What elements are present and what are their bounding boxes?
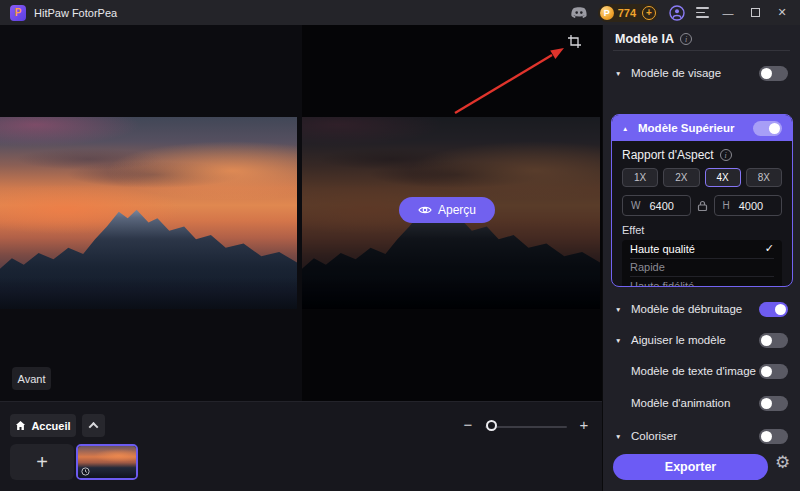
- chevron-up-icon[interactable]: ▲: [622, 125, 638, 132]
- check-icon: ✓: [765, 242, 774, 255]
- effect-option-fast[interactable]: Rapide ✓: [630, 259, 774, 278]
- app-window: P HitPaw FotorPea P 774 + — ✕: [0, 0, 800, 491]
- face-model-toggle[interactable]: [759, 66, 788, 81]
- chevron-down-icon[interactable]: ▼: [615, 337, 631, 344]
- account-icon[interactable]: [669, 5, 685, 21]
- info-icon[interactable]: i: [680, 33, 692, 45]
- chevron-down-icon[interactable]: ▼: [615, 70, 631, 77]
- zoom-slider-track[interactable]: [485, 426, 567, 428]
- effect-option-high-quality[interactable]: Haute qualité ✓: [630, 240, 774, 259]
- height-field[interactable]: H 4000: [714, 195, 783, 216]
- title-bar: P HitPaw FotorPea P 774 + — ✕: [0, 0, 800, 25]
- maximize-button[interactable]: [747, 7, 763, 19]
- sidebar-title-row: Modèle IA i: [615, 32, 692, 46]
- collapse-panel-button[interactable]: [82, 414, 105, 437]
- add-credits-icon[interactable]: +: [642, 6, 656, 20]
- chevron-down-icon[interactable]: ▼: [615, 433, 631, 440]
- crop-button[interactable]: [565, 32, 583, 50]
- row-label: Aiguiser le modèle: [631, 334, 759, 346]
- preview-label: Aperçu: [438, 203, 476, 217]
- terrain-foreground: [302, 278, 600, 309]
- scale-options: 1X 2X 4X 8X: [622, 168, 782, 187]
- close-button[interactable]: ✕: [774, 6, 790, 19]
- add-image-button[interactable]: +: [10, 444, 74, 480]
- export-button[interactable]: Exporter: [613, 454, 768, 480]
- lock-icon[interactable]: [697, 200, 708, 212]
- scale-button-4x[interactable]: 4X: [705, 168, 741, 187]
- bottom-bar: Accueil − + +: [0, 401, 602, 491]
- credits-count: 774: [618, 7, 638, 19]
- row-text-image-model[interactable]: Modèle de texte d'image: [615, 363, 788, 379]
- home-label: Accueil: [31, 420, 70, 432]
- height-label: H: [723, 200, 730, 211]
- animation-toggle[interactable]: [759, 396, 788, 411]
- home-icon: [15, 420, 26, 431]
- app-title: HitPaw FotorPea: [34, 7, 117, 19]
- chevron-up-icon: [89, 422, 99, 432]
- height-value: 4000: [739, 200, 763, 212]
- row-colorize[interactable]: ▼ Coloriser: [615, 428, 788, 444]
- scale-button-1x[interactable]: 1X: [622, 168, 658, 187]
- zoom-out-button[interactable]: −: [461, 416, 475, 433]
- superior-model-header[interactable]: ▲ Modèle Supérieur: [612, 115, 792, 141]
- crop-icon: [567, 34, 582, 49]
- effect-option-high-fidelity[interactable]: Haute fidélité ✓: [630, 277, 774, 287]
- coin-icon: P: [600, 6, 614, 20]
- app-logo-icon: P: [10, 5, 26, 21]
- chevron-down-icon[interactable]: ▼: [615, 306, 631, 313]
- scale-button-8x[interactable]: 8X: [746, 168, 782, 187]
- info-icon[interactable]: i: [720, 149, 732, 161]
- editor-canvas: Aperçu Avant: [0, 25, 602, 401]
- eye-icon: [418, 203, 432, 217]
- scale-button-2x[interactable]: 2X: [663, 168, 699, 187]
- row-label: Modèle d'animation: [631, 397, 759, 409]
- effect-list: Haute qualité ✓ Rapide ✓ Haute fidélité …: [622, 240, 782, 287]
- row-sharpen-model[interactable]: ▼ Aiguiser le modèle: [615, 332, 788, 348]
- colorize-toggle[interactable]: [759, 429, 788, 444]
- zoom-slider-knob[interactable]: [486, 420, 497, 431]
- aspect-ratio-title-row: Rapport d'Aspect i: [622, 148, 782, 162]
- text-image-toggle[interactable]: [759, 364, 788, 379]
- minimize-button[interactable]: —: [720, 7, 736, 19]
- superior-model-label: Modèle Supérieur: [638, 122, 753, 134]
- credits-badge[interactable]: P 774 +: [598, 4, 658, 22]
- settings-gear-icon[interactable]: ⚙: [775, 452, 790, 472]
- denoise-toggle[interactable]: [759, 302, 788, 317]
- terrain-foreground: [0, 278, 297, 309]
- divider: [613, 50, 790, 51]
- row-label: Coloriser: [631, 430, 759, 442]
- row-denoise-model[interactable]: ▼ Modèle de débruitage: [615, 301, 788, 317]
- superior-model-card: ▲ Modèle Supérieur Rapport d'Aspect i 1X…: [611, 114, 793, 287]
- width-value: 6400: [649, 200, 673, 212]
- width-field[interactable]: W 6400: [622, 195, 691, 216]
- aspect-ratio-title: Rapport d'Aspect: [622, 148, 714, 162]
- row-face-model[interactable]: ▼ Modèle de visage: [615, 65, 788, 81]
- before-image[interactable]: [0, 117, 297, 309]
- superior-model-toggle[interactable]: [753, 121, 782, 136]
- row-label: Modèle de visage: [631, 67, 759, 79]
- zoom-in-button[interactable]: +: [577, 416, 591, 433]
- preview-button[interactable]: Aperçu: [399, 197, 495, 223]
- width-label: W: [631, 200, 640, 211]
- sidebar: Modèle IA i ▼ Modèle de visage ▲ Modèle …: [602, 25, 800, 491]
- row-label: Modèle de texte d'image: [631, 365, 759, 377]
- sidebar-title: Modèle IA: [615, 32, 674, 46]
- discord-icon[interactable]: [571, 7, 587, 19]
- sharpen-toggle[interactable]: [759, 333, 788, 348]
- row-animation-model[interactable]: Modèle d'animation: [615, 395, 788, 411]
- image-thumbnail[interactable]: [76, 444, 138, 480]
- home-button[interactable]: Accueil: [10, 414, 76, 437]
- processing-clock-icon: [81, 467, 90, 476]
- before-badge: Avant: [12, 367, 51, 390]
- menu-icon[interactable]: [696, 7, 709, 18]
- effect-title: Effet: [622, 224, 782, 236]
- row-label: Modèle de débruitage: [631, 303, 759, 315]
